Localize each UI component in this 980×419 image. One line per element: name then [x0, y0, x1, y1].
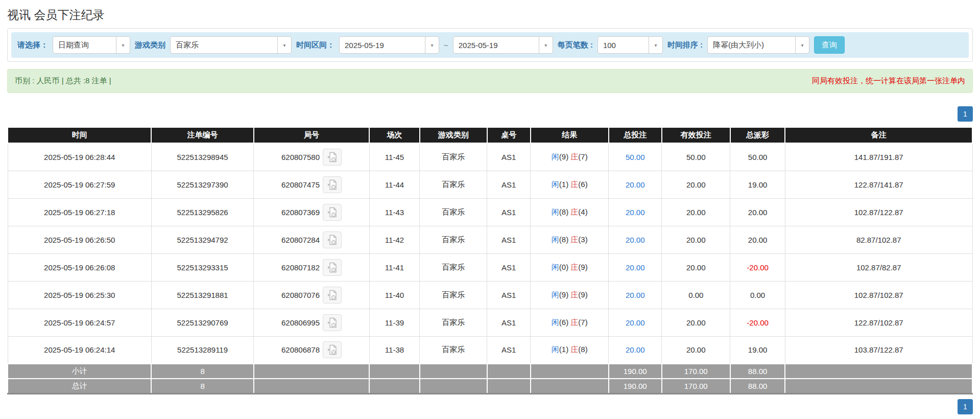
summary-remark-cell	[785, 364, 972, 379]
search-button[interactable]: 查询	[814, 36, 845, 54]
remark-cell: 141.87/191.87	[785, 143, 972, 171]
video-playback-button[interactable]	[323, 231, 342, 248]
date-from-select[interactable]: 2025-05-19 ▾	[339, 36, 439, 54]
valid-bet-cell: 20.00	[662, 171, 730, 198]
chevron-down-icon: ▾	[649, 37, 662, 53]
video-playback-button[interactable]	[323, 259, 342, 276]
result-cell: 闲(9) 庄(7)	[531, 143, 609, 171]
total-bet-link[interactable]: 20.00	[626, 180, 645, 189]
payout-cell: 20.00	[730, 198, 785, 226]
game-type-select[interactable]: 百家乐 ▾	[170, 36, 292, 54]
table-row: 2025-05-19 06:24:57522513290769620806995…	[8, 309, 972, 336]
round-id-cell: 620807284	[254, 226, 370, 253]
table-number-cell: AS1	[487, 171, 531, 198]
summary-valid-bet-cell: 170.00	[662, 379, 730, 393]
video-playback-button[interactable]	[323, 149, 342, 166]
remark-cell: 102.87/122.87	[785, 198, 972, 226]
video-playback-button[interactable]	[323, 341, 342, 358]
summary-total-bet-cell: 190.00	[609, 364, 662, 379]
video-playback-button[interactable]	[323, 287, 342, 304]
result-player-label: 闲	[552, 345, 559, 354]
result-banker-label: 庄	[570, 152, 578, 161]
bet-time-cell: 2025-05-19 06:27:59	[8, 171, 151, 198]
summary-empty-result-cell	[531, 364, 609, 379]
round-id-wrap: 620807182	[254, 259, 369, 276]
round-id-text: 620807076	[281, 291, 320, 299]
game-type-cell: 百家乐	[420, 309, 487, 336]
betting-records-table: 时间注单编号局号场次游戏类别桌号结果总投注有效投注总派彩备注 2025-05-1…	[7, 127, 973, 394]
bet-time-cell: 2025-05-19 06:24:14	[8, 336, 151, 364]
total-bet-link[interactable]: 50.00	[626, 153, 645, 161]
round-id-text: 620807182	[281, 263, 320, 272]
summary-remark-cell	[785, 379, 972, 393]
page-1-button[interactable]: 1	[958, 399, 973, 414]
column-header: 有效投注	[662, 127, 730, 143]
query-type-select[interactable]: 日期查询 ▾	[53, 36, 130, 54]
result-cell: 闲(1) 庄(8)	[531, 336, 609, 364]
video-record-icon	[327, 344, 337, 355]
payout-cell: -20.00	[730, 309, 785, 336]
total-bet-link[interactable]: 20.00	[626, 236, 645, 244]
total-bet-cell: 20.00	[609, 226, 662, 253]
date-to-select[interactable]: 2025-05-19 ▾	[453, 36, 553, 54]
total-bet-cell: 20.00	[609, 336, 662, 364]
bet-time-cell: 2025-05-19 06:26:08	[8, 253, 151, 281]
column-header: 备注	[785, 127, 972, 143]
table-row: 2025-05-19 06:26:08522513293315620807182…	[8, 253, 972, 281]
result-player-label: 闲	[552, 180, 559, 189]
video-playback-button[interactable]	[323, 204, 342, 221]
payout-cell: 19.00	[730, 171, 785, 198]
session-cell: 11-43	[369, 198, 419, 226]
payout-cell: 19.00	[730, 336, 785, 364]
page-size-select[interactable]: 100 ▾	[597, 36, 663, 54]
summary-currency-count: 币别 : 人民币 | 总共 :8 注单 |	[15, 76, 111, 86]
result-player-value: (1)	[559, 180, 571, 189]
summary-label-cell: 总计	[8, 379, 151, 393]
game-type-label: 游戏类别	[135, 40, 165, 50]
payout-cell: 20.00	[730, 226, 785, 253]
filter-bar: 请选择： 日期查询 ▾ 游戏类别 百家乐 ▾ 时间区间： 2025-05-19 …	[11, 32, 969, 58]
bet-id-cell: 522513294792	[151, 226, 253, 253]
total-bet-link[interactable]: 20.00	[626, 345, 645, 354]
round-id-wrap: 620806878	[254, 341, 369, 358]
session-cell: 11-38	[369, 336, 419, 364]
table-number-cell: AS1	[487, 253, 531, 281]
column-header: 注单编号	[151, 127, 253, 143]
page-1-button[interactable]: 1	[958, 106, 973, 122]
video-record-icon	[327, 179, 337, 190]
bet-id-cell: 522513295826	[151, 198, 253, 226]
total-bet-link[interactable]: 20.00	[626, 318, 645, 327]
round-id-cell: 620807475	[254, 171, 370, 198]
result-player-label: 闲	[552, 290, 559, 299]
video-playback-button[interactable]	[323, 314, 342, 331]
valid-bet-cell: 0.00	[662, 281, 730, 309]
video-playback-button[interactable]	[323, 176, 342, 193]
remark-cell: 102.87/102.87	[785, 281, 972, 309]
round-id-cell: 620807182	[254, 253, 370, 281]
result-player-value: (0)	[559, 263, 571, 271]
result-player-value: (9)	[559, 152, 571, 161]
total-bet-link[interactable]: 20.00	[626, 263, 645, 272]
date-range-separator: ~	[444, 41, 448, 50]
valid-bet-cell: 20.00	[662, 198, 730, 226]
video-record-icon	[327, 317, 337, 328]
column-header: 局号	[254, 127, 370, 143]
column-header: 结果	[531, 127, 609, 143]
result-cell: 闲(1) 庄(6)	[531, 171, 609, 198]
table-row: 2025-05-19 06:25:30522513291881620807076…	[8, 281, 972, 309]
bet-id-cell: 522513291881	[151, 281, 253, 309]
summary-payout-cell: 88.00	[730, 379, 785, 393]
page: 视讯 会员下注纪录 请选择： 日期查询 ▾ 游戏类别 百家乐 ▾ 时间区间： 2…	[0, 0, 980, 419]
date-to-value: 2025-05-19	[453, 41, 539, 50]
chevron-down-icon: ▾	[425, 37, 439, 53]
payout-cell: -20.00	[730, 253, 785, 281]
round-id-cell: 620807580	[254, 143, 370, 171]
total-bet-link[interactable]: 20.00	[626, 291, 645, 299]
round-id-text: 620807284	[281, 236, 320, 244]
total-bet-link[interactable]: 20.00	[626, 208, 645, 217]
table-row: 2025-05-19 06:26:50522513294792620807284…	[8, 226, 972, 253]
result-player-label: 闲	[552, 207, 559, 216]
summary-empty-round-cell	[254, 379, 370, 393]
table-number-cell: AS1	[487, 226, 531, 253]
time-sort-select[interactable]: 降幂(由大到小) ▾	[707, 36, 809, 54]
